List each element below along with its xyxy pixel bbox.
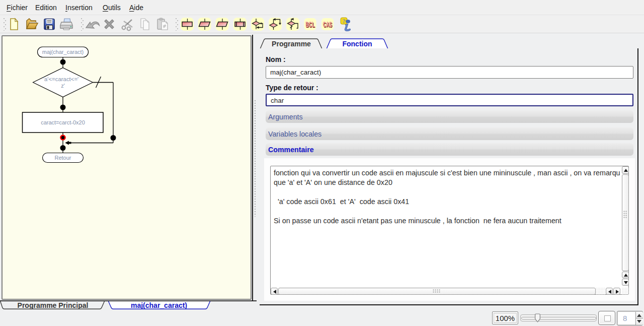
svg-text:CAS: CAS [323,20,332,28]
svg-text:Fonction: Fonction [342,40,372,48]
svg-text:Programme Principal: Programme Principal [18,301,89,309]
svg-text:Programme: Programme [272,40,311,48]
svg-text:BCL: BCL [305,20,314,28]
svg-text:z': z' [61,83,65,89]
svg-text:?: ? [343,18,346,25]
svg-text:Retour: Retour [54,155,71,161]
svg-text:maj(char_caract): maj(char_caract) [42,49,84,55]
svg-text:caract=carct-0x20: caract=carct-0x20 [41,119,85,125]
svg-text:maj(char_caract): maj(char_caract) [131,301,187,309]
svg-text:'a'<=caract<=': 'a'<=caract<=' [43,76,79,82]
